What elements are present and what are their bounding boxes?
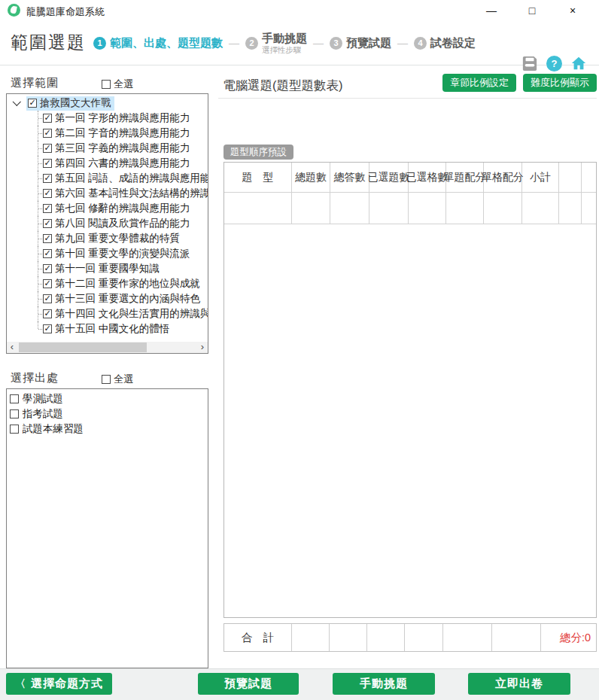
tree-item-checkbox[interactable]: ✓ — [43, 294, 52, 303]
tree-root-selection[interactable]: ✓ 搶救國文大作戰 — [26, 96, 114, 111]
tree-item-checkbox[interactable]: ✓ — [43, 219, 52, 228]
tree-item[interactable]: ✓ 第三回 字義的辨識與應用能力 — [7, 141, 208, 156]
tree-item[interactable]: ✓ 第十三回 重要選文的內涵與特色 — [7, 291, 208, 306]
tree-item-list: ✓ 第一回 字形的辨識與應用能力 ✓ 第二回 字音的辨識與應用能力 ✓ 第三回 … — [7, 111, 208, 336]
tree-item-checkbox[interactable]: ✓ — [43, 144, 52, 153]
source-section-title: 選擇出處 — [11, 371, 59, 385]
source-select-all-checkbox[interactable] — [102, 375, 111, 384]
source-item-checkbox[interactable] — [10, 394, 19, 403]
tree-item-checkbox[interactable]: ✓ — [43, 264, 52, 273]
horizontal-scrollbar[interactable]: ‹ › — [7, 342, 208, 353]
tree-item-label: 第一回 字形的辨識與應用能力 — [55, 111, 190, 125]
scroll-left-icon[interactable]: ‹ — [7, 342, 17, 353]
manual-pick-button[interactable]: 手動挑題 — [333, 673, 435, 695]
ratio-buttons: 章節比例設定 難度比例顯示 — [442, 74, 597, 92]
generate-paper-button[interactable]: 立即出卷 — [468, 673, 570, 695]
wizard-step[interactable]: — 1 範圍、出處、題型題數 — [93, 36, 223, 49]
tree-root-checkbox[interactable]: ✓ — [28, 99, 37, 108]
tree-item[interactable]: ✓ 第六回 基本詞性與文法結構的辨識與 — [7, 186, 208, 201]
close-icon[interactable]: × — [552, 0, 593, 21]
scrollbar-thumb[interactable] — [19, 342, 147, 352]
tree-item-checkbox[interactable]: ✓ — [43, 309, 52, 318]
total-score-label: 總分: — [560, 631, 585, 645]
range-select-all[interactable]: 全選 — [102, 78, 133, 91]
tree-item-checkbox[interactable]: ✓ — [43, 249, 52, 258]
minimize-icon[interactable]: — — [471, 0, 512, 21]
tree-item[interactable]: ✓ 第一回 字形的辨識與應用能力 — [7, 111, 208, 126]
type-order-preset-badge[interactable]: 題型順序預設 — [223, 145, 293, 160]
chapter-ratio-button[interactable]: 章節比例設定 — [442, 74, 516, 92]
preview-questions-button[interactable]: 預覽試題 — [198, 673, 299, 695]
step-separator: — — [229, 37, 239, 49]
wizard-step[interactable]: — 3 預覽試題 — [307, 36, 391, 49]
tree-item[interactable]: ✓ 第二回 字音的辨識與應用能力 — [7, 126, 208, 141]
totals-cell — [330, 624, 367, 651]
totals-cell — [492, 624, 541, 651]
column-header: 已選題數 — [369, 163, 409, 192]
tree-item-label: 第十四回 文化與生活實用的辨識與應 — [55, 307, 208, 321]
tree-item-label: 第十三回 重要選文的內涵與特色 — [55, 292, 200, 306]
question-type-table-panel: 題 型 總題數 總答數 已選題數 已選格數 單題配分 單格配分 小計 — [223, 162, 597, 618]
wizard-step[interactable]: — 2 手動挑題 選擇性步驟 — [223, 32, 307, 53]
source-select-all[interactable]: 全選 — [102, 373, 133, 386]
tree-item-label: 第六回 基本詞性與文法結構的辨識與 — [55, 187, 208, 200]
save-icon[interactable] — [521, 55, 538, 72]
source-item-label: 試題本練習題 — [23, 422, 84, 436]
tree-item[interactable]: ✓ 第十一回 重要國學知識 — [7, 261, 208, 276]
maximize-icon[interactable]: □ — [512, 0, 552, 21]
tree-item-checkbox[interactable]: ✓ — [43, 324, 52, 333]
step-separator: — — [313, 37, 324, 49]
home-icon[interactable] — [570, 55, 587, 72]
table-empty-row — [224, 193, 596, 224]
tree-item-checkbox[interactable]: ✓ — [43, 234, 52, 243]
tree-item[interactable]: ✓ 第十四回 文化與生活實用的辨識與應 — [7, 306, 208, 321]
tree-item-label: 第五回 詞語、成語的辨識與應用能力 — [55, 172, 208, 185]
tree-item-checkbox[interactable]: ✓ — [43, 114, 52, 123]
empty-cell — [330, 193, 369, 224]
tree-item-checkbox[interactable]: ✓ — [43, 189, 52, 198]
tree-item-checkbox[interactable]: ✓ — [43, 279, 52, 288]
tree-item[interactable]: ✓ 第十二回 重要作家的地位與成就 — [7, 276, 208, 291]
source-item[interactable]: 學測試題 — [7, 391, 208, 406]
empty-cell — [409, 193, 446, 224]
leaf-icon — [10, 5, 17, 14]
step-label: 試卷設定 — [430, 36, 476, 49]
step-number-badge: 1 — [93, 37, 106, 50]
empty-cell — [484, 193, 522, 224]
tree-item-checkbox[interactable]: ✓ — [43, 174, 52, 183]
range-select-all-checkbox[interactable] — [102, 80, 111, 89]
scroll-right-icon[interactable]: › — [197, 342, 208, 353]
tree-item[interactable]: ✓ 第八回 閱讀及欣賞作品的能力 — [7, 216, 208, 231]
tree-item[interactable]: ✓ 第九回 重要文學體裁的特質 — [7, 231, 208, 246]
tree-item-label: 第十一回 重要國學知識 — [55, 262, 160, 275]
tree-item[interactable]: ✓ 第四回 六書的辨識與應用能力 — [7, 156, 208, 171]
help-icon[interactable]: ? — [546, 56, 562, 72]
column-header: 總題數 — [292, 163, 330, 192]
empty-cell — [446, 193, 484, 224]
difficulty-ratio-button[interactable]: 難度比例顯示 — [523, 74, 597, 92]
tree-item-checkbox[interactable]: ✓ — [43, 159, 52, 168]
tree-item[interactable]: ✓ 第十五回 中國文化的體悟 — [7, 321, 208, 336]
column-header: 單題配分 — [446, 163, 484, 192]
tree-root-node[interactable]: ✓ 搶救國文大作戰 — [8, 96, 208, 111]
source-item[interactable]: 指考試題 — [7, 406, 208, 422]
tree-item-checkbox[interactable]: ✓ — [43, 204, 52, 213]
expand-chevron-icon[interactable] — [13, 98, 21, 106]
source-select-all-label: 全選 — [114, 373, 133, 386]
source-item[interactable]: 試題本練習題 — [7, 422, 208, 437]
source-item-checkbox[interactable] — [10, 425, 19, 434]
wizard-step[interactable]: — 4 試卷設定 — [391, 36, 476, 49]
step-label: 預覽試題 — [346, 36, 391, 49]
source-panel: 學測試題 指考試題 試題本練習題 — [6, 388, 208, 668]
source-item-checkbox[interactable] — [10, 409, 19, 418]
tree-item-label: 第七回 修辭的辨識與應用能力 — [55, 202, 190, 215]
tree-item[interactable]: ✓ 第七回 修辭的辨識與應用能力 — [7, 201, 208, 216]
tree-item-checkbox[interactable]: ✓ — [43, 129, 52, 138]
tree-item[interactable]: ✓ 第五回 詞語、成語的辨識與應用能力 — [7, 171, 208, 186]
step-number-badge: 2 — [245, 37, 258, 50]
column-header: 小計 — [522, 163, 559, 192]
header-divider — [218, 98, 597, 99]
column-header — [559, 163, 582, 192]
tree-item[interactable]: ✓ 第十回 重要文學的演變與流派 — [7, 246, 208, 261]
back-to-mode-button[interactable]: 〈 選擇命題方式 — [6, 673, 112, 695]
